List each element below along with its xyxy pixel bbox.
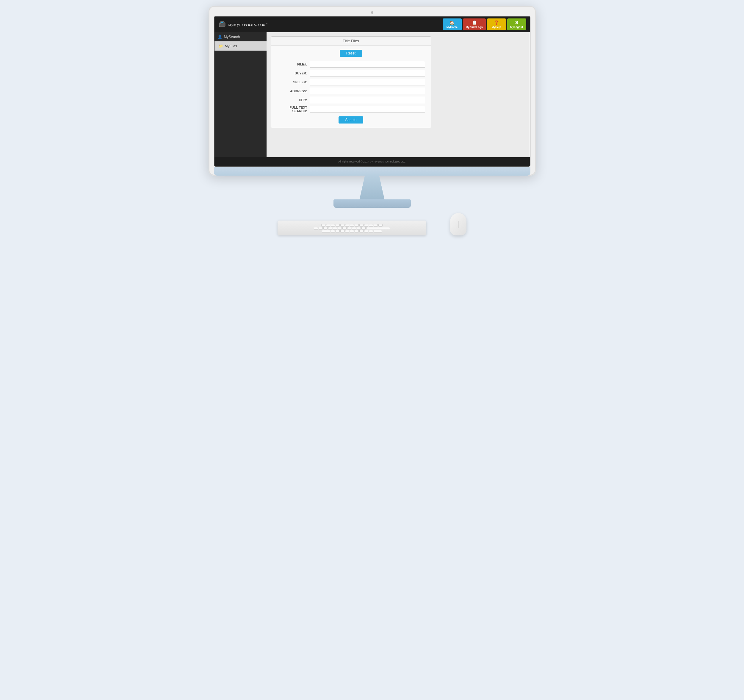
fulltext-label: FULL TEXT SEARCH:	[277, 106, 310, 113]
key	[323, 227, 327, 229]
key	[322, 230, 330, 232]
key	[350, 224, 354, 226]
content-panel: Title Files Reset FILE#: BU	[266, 32, 530, 157]
key	[326, 224, 330, 226]
monitor-stand-neck	[354, 176, 390, 200]
key	[357, 227, 361, 229]
myfiles-label: MyFiles	[225, 44, 237, 48]
key	[378, 224, 382, 226]
footer-copyright: All rights reserved © 2014 by Forensis T…	[338, 160, 406, 163]
mysearch-icon: 👤	[217, 34, 222, 39]
key	[331, 230, 335, 232]
card-title: Title Files	[343, 39, 359, 43]
key	[314, 227, 318, 229]
key	[350, 230, 354, 232]
sidebar-item-mysearch[interactable]: 👤 MySearch	[214, 32, 266, 42]
key	[331, 224, 335, 226]
seller-row: SELLER:	[277, 79, 425, 85]
fulltext-row: FULL TEXT SEARCH:	[277, 106, 425, 113]
keyboard	[278, 220, 426, 235]
audit-label: MyAuditLogs	[466, 25, 483, 28]
main-content: 👤 MySearch 📁 MyFiles Title Files Rese	[214, 32, 530, 157]
monitor-stand-base	[333, 200, 411, 208]
monitor-screen: MyMyForensiS.com™ 🏠 MyHome 📋 MyAuditLogs…	[214, 16, 530, 167]
help-icon: ❓	[494, 20, 499, 25]
city-row: CITY:	[277, 97, 425, 103]
key	[373, 224, 378, 226]
audit-button[interactable]: 📋 MyAuditLogs	[463, 18, 486, 30]
file-input[interactable]	[310, 61, 425, 67]
monitor-chin	[214, 167, 530, 176]
key	[342, 227, 347, 229]
key	[364, 224, 368, 226]
key	[364, 230, 368, 232]
key	[354, 230, 359, 232]
buyer-label: BUYER:	[277, 71, 310, 75]
myfiles-icon: 📁	[218, 44, 223, 48]
screen-footer: All rights reserved © 2014 by Forensis T…	[214, 157, 530, 166]
key-row-3	[281, 230, 423, 232]
key	[373, 230, 382, 232]
key	[369, 224, 373, 226]
camera-dot	[371, 11, 373, 14]
key	[318, 227, 323, 229]
buyer-input[interactable]	[310, 70, 425, 76]
key-row-2	[281, 227, 423, 229]
key	[340, 230, 344, 232]
key	[345, 224, 349, 226]
sidebar-item-myfiles[interactable]: 📁 MyFiles	[214, 42, 266, 51]
sidebar: 👤 MySearch 📁 MyFiles	[214, 32, 266, 157]
key	[359, 224, 363, 226]
key	[328, 227, 332, 229]
key	[338, 227, 342, 229]
address-row: ADDRESS:	[277, 88, 425, 94]
key	[336, 230, 340, 232]
buyer-row: BUYER:	[277, 70, 425, 76]
file-row: FILE#:	[277, 61, 425, 67]
search-row: Search	[277, 116, 425, 124]
brand-icon	[218, 20, 226, 28]
home-label: MyHome	[446, 25, 458, 28]
address-label: ADDRESS:	[277, 89, 310, 93]
city-input[interactable]	[310, 97, 425, 103]
nav-buttons: 🏠 MyHome 📋 MyAuditLogs ❓ MyHelp ✖ MyLogo…	[443, 18, 526, 30]
mouse	[450, 213, 466, 235]
key	[347, 227, 351, 229]
key	[369, 230, 373, 232]
audit-icon: 📋	[472, 20, 477, 25]
svg-rect-2	[221, 22, 223, 23]
key	[359, 230, 363, 232]
key	[336, 224, 340, 226]
logout-button[interactable]: ✖ MyLogout	[507, 18, 526, 30]
logout-label: MyLogout	[510, 25, 523, 28]
fulltext-input[interactable]	[310, 106, 425, 113]
key	[340, 224, 344, 226]
reset-row: Reset	[277, 50, 425, 57]
key	[345, 230, 349, 232]
help-button[interactable]: ❓ MyHelp	[487, 18, 506, 30]
top-nav: MyMyForensiS.com™ 🏠 MyHome 📋 MyAuditLogs…	[214, 17, 530, 32]
spacebar	[366, 227, 390, 229]
file-label: FILE#:	[277, 63, 310, 66]
key	[362, 227, 366, 229]
card-header: Title Files	[271, 37, 431, 46]
logout-icon: ✖	[515, 20, 518, 25]
title-files-card: Title Files Reset FILE#: BU	[271, 36, 432, 128]
brand-logo: MyMyForensiS.com™	[218, 20, 268, 28]
monitor-shell: MyMyForensiS.com™ 🏠 MyHome 📋 MyAuditLogs…	[208, 6, 536, 176]
key	[333, 227, 337, 229]
home-button[interactable]: 🏠 MyHome	[443, 18, 462, 30]
desk-accessories	[278, 213, 466, 235]
key	[354, 224, 359, 226]
home-icon: 🏠	[449, 20, 455, 25]
key-row-1	[281, 224, 423, 226]
brand-text: MyMyForensiS.com™	[228, 22, 268, 27]
key	[321, 224, 326, 226]
card-body: Reset FILE#: BUYER:	[271, 46, 431, 128]
seller-input[interactable]	[310, 79, 425, 85]
mysearch-label: MySearch	[224, 35, 240, 39]
seller-label: SELLER:	[277, 80, 310, 84]
search-button[interactable]: Search	[339, 116, 363, 124]
reset-button[interactable]: Reset	[340, 50, 362, 57]
address-input[interactable]	[310, 88, 425, 94]
